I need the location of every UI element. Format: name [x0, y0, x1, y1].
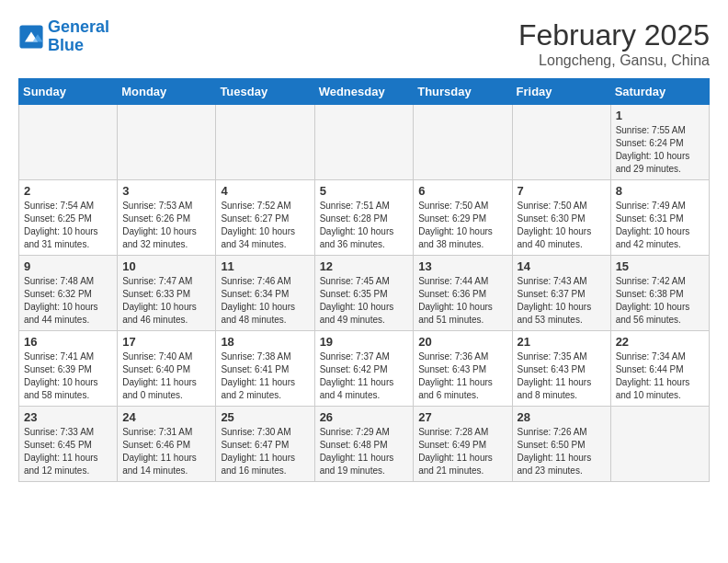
day-info: Sunrise: 7:52 AM Sunset: 6:27 PM Dayligh… [221, 200, 309, 251]
day-number: 23 [24, 410, 112, 424]
day-info: Sunrise: 7:36 AM Sunset: 6:43 PM Dayligh… [418, 350, 506, 402]
calendar-cell: 19Sunrise: 7:37 AM Sunset: 6:42 PM Dayli… [314, 331, 414, 407]
logo-icon [18, 24, 44, 50]
day-info: Sunrise: 7:48 AM Sunset: 6:32 PM Dayligh… [24, 275, 112, 327]
day-number: 15 [616, 259, 704, 273]
day-info: Sunrise: 7:33 AM Sunset: 6:45 PM Dayligh… [24, 426, 112, 477]
calendar-cell: 17Sunrise: 7:40 AM Sunset: 6:40 PM Dayli… [118, 331, 216, 407]
logo-line2: Blue [48, 36, 84, 54]
calendar-week-4: 16Sunrise: 7:41 AM Sunset: 6:39 PM Dayli… [19, 331, 710, 407]
calendar-cell [118, 105, 216, 180]
logo: General Blue [18, 18, 109, 55]
day-number: 14 [518, 259, 606, 273]
calendar-cell: 11Sunrise: 7:46 AM Sunset: 6:34 PM Dayli… [216, 256, 314, 331]
day-info: Sunrise: 7:41 AM Sunset: 6:39 PM Dayligh… [24, 350, 112, 402]
day-number: 25 [221, 410, 309, 424]
day-info: Sunrise: 7:26 AM Sunset: 6:50 PM Dayligh… [518, 426, 606, 477]
day-number: 4 [221, 184, 309, 198]
day-number: 1 [616, 109, 704, 122]
calendar-week-1: 1Sunrise: 7:55 AM Sunset: 6:24 PM Daylig… [19, 105, 710, 180]
day-info: Sunrise: 7:55 AM Sunset: 6:24 PM Dayligh… [616, 124, 704, 176]
day-info: Sunrise: 7:51 AM Sunset: 6:28 PM Dayligh… [320, 200, 409, 251]
calendar-cell [19, 105, 118, 180]
day-number: 28 [518, 410, 606, 424]
calendar-cell: 28Sunrise: 7:26 AM Sunset: 6:50 PM Dayli… [512, 407, 610, 482]
calendar-cell: 23Sunrise: 7:33 AM Sunset: 6:45 PM Dayli… [19, 407, 118, 482]
day-info: Sunrise: 7:37 AM Sunset: 6:42 PM Dayligh… [320, 350, 409, 402]
calendar-cell: 24Sunrise: 7:31 AM Sunset: 6:46 PM Dayli… [118, 407, 216, 482]
calendar-cell: 5Sunrise: 7:51 AM Sunset: 6:28 PM Daylig… [314, 180, 414, 256]
calendar-cell: 2Sunrise: 7:54 AM Sunset: 6:25 PM Daylig… [19, 180, 118, 256]
day-number: 8 [616, 184, 704, 198]
day-number: 9 [24, 259, 112, 273]
day-info: Sunrise: 7:50 AM Sunset: 6:29 PM Dayligh… [418, 200, 506, 251]
page-header: General Blue February 2025 Longcheng, Ga… [18, 18, 710, 69]
day-number: 16 [24, 335, 112, 349]
calendar-cell: 9Sunrise: 7:48 AM Sunset: 6:32 PM Daylig… [19, 256, 118, 331]
calendar-cell: 18Sunrise: 7:38 AM Sunset: 6:41 PM Dayli… [216, 331, 314, 407]
day-info: Sunrise: 7:46 AM Sunset: 6:34 PM Dayligh… [221, 275, 309, 327]
calendar-cell [414, 105, 512, 180]
calendar-cell: 15Sunrise: 7:42 AM Sunset: 6:38 PM Dayli… [610, 256, 709, 331]
day-number: 3 [122, 184, 210, 198]
day-info: Sunrise: 7:35 AM Sunset: 6:43 PM Dayligh… [518, 350, 606, 402]
calendar-week-5: 23Sunrise: 7:33 AM Sunset: 6:45 PM Dayli… [19, 407, 710, 482]
calendar-cell [610, 407, 709, 482]
weekday-header-friday: Friday [512, 79, 610, 105]
calendar-cell: 7Sunrise: 7:50 AM Sunset: 6:30 PM Daylig… [512, 180, 610, 256]
calendar-cell: 26Sunrise: 7:29 AM Sunset: 6:48 PM Dayli… [314, 407, 414, 482]
day-number: 10 [122, 259, 210, 273]
calendar-cell: 14Sunrise: 7:43 AM Sunset: 6:37 PM Dayli… [512, 256, 610, 331]
day-number: 21 [518, 335, 606, 349]
day-info: Sunrise: 7:43 AM Sunset: 6:37 PM Dayligh… [518, 275, 606, 327]
calendar-cell [314, 105, 414, 180]
day-number: 20 [418, 335, 506, 349]
day-info: Sunrise: 7:50 AM Sunset: 6:30 PM Dayligh… [518, 200, 606, 251]
day-number: 19 [320, 335, 409, 349]
calendar-cell [512, 105, 610, 180]
day-info: Sunrise: 7:40 AM Sunset: 6:40 PM Dayligh… [122, 350, 210, 402]
day-number: 18 [221, 335, 309, 349]
day-number: 17 [122, 335, 210, 349]
day-info: Sunrise: 7:42 AM Sunset: 6:38 PM Dayligh… [616, 275, 704, 327]
calendar-cell: 25Sunrise: 7:30 AM Sunset: 6:47 PM Dayli… [216, 407, 314, 482]
calendar-cell: 1Sunrise: 7:55 AM Sunset: 6:24 PM Daylig… [610, 105, 709, 180]
day-info: Sunrise: 7:28 AM Sunset: 6:49 PM Dayligh… [418, 426, 506, 477]
day-info: Sunrise: 7:44 AM Sunset: 6:36 PM Dayligh… [418, 275, 506, 327]
weekday-header-row: SundayMondayTuesdayWednesdayThursdayFrid… [19, 79, 710, 105]
calendar-cell: 20Sunrise: 7:36 AM Sunset: 6:43 PM Dayli… [414, 331, 512, 407]
calendar-cell [216, 105, 314, 180]
day-number: 24 [122, 410, 210, 424]
calendar-cell: 21Sunrise: 7:35 AM Sunset: 6:43 PM Dayli… [512, 331, 610, 407]
day-info: Sunrise: 7:54 AM Sunset: 6:25 PM Dayligh… [24, 200, 112, 251]
calendar-table: SundayMondayTuesdayWednesdayThursdayFrid… [18, 78, 710, 482]
calendar-cell: 16Sunrise: 7:41 AM Sunset: 6:39 PM Dayli… [19, 331, 118, 407]
day-info: Sunrise: 7:29 AM Sunset: 6:48 PM Dayligh… [320, 426, 409, 477]
logo-text: General Blue [48, 18, 109, 55]
calendar-cell: 13Sunrise: 7:44 AM Sunset: 6:36 PM Dayli… [414, 256, 512, 331]
calendar-title: February 2025 [518, 18, 710, 52]
calendar-cell: 12Sunrise: 7:45 AM Sunset: 6:35 PM Dayli… [314, 256, 414, 331]
calendar-cell: 4Sunrise: 7:52 AM Sunset: 6:27 PM Daylig… [216, 180, 314, 256]
calendar-cell: 27Sunrise: 7:28 AM Sunset: 6:49 PM Dayli… [414, 407, 512, 482]
title-block: February 2025 Longcheng, Gansu, China [518, 18, 710, 69]
day-number: 13 [418, 259, 506, 273]
day-number: 7 [518, 184, 606, 198]
day-info: Sunrise: 7:38 AM Sunset: 6:41 PM Dayligh… [221, 350, 309, 402]
weekday-header-thursday: Thursday [414, 79, 512, 105]
day-info: Sunrise: 7:47 AM Sunset: 6:33 PM Dayligh… [122, 275, 210, 327]
calendar-cell: 8Sunrise: 7:49 AM Sunset: 6:31 PM Daylig… [610, 180, 709, 256]
calendar-cell: 10Sunrise: 7:47 AM Sunset: 6:33 PM Dayli… [118, 256, 216, 331]
day-number: 11 [221, 259, 309, 273]
calendar-week-2: 2Sunrise: 7:54 AM Sunset: 6:25 PM Daylig… [19, 180, 710, 256]
day-info: Sunrise: 7:49 AM Sunset: 6:31 PM Dayligh… [616, 200, 704, 251]
weekday-header-tuesday: Tuesday [216, 79, 314, 105]
day-info: Sunrise: 7:31 AM Sunset: 6:46 PM Dayligh… [122, 426, 210, 477]
calendar-cell: 6Sunrise: 7:50 AM Sunset: 6:29 PM Daylig… [414, 180, 512, 256]
weekday-header-saturday: Saturday [610, 79, 709, 105]
calendar-subtitle: Longcheng, Gansu, China [518, 52, 710, 69]
weekday-header-wednesday: Wednesday [314, 79, 414, 105]
day-number: 5 [320, 184, 409, 198]
day-info: Sunrise: 7:45 AM Sunset: 6:35 PM Dayligh… [320, 275, 409, 327]
day-info: Sunrise: 7:53 AM Sunset: 6:26 PM Dayligh… [122, 200, 210, 251]
